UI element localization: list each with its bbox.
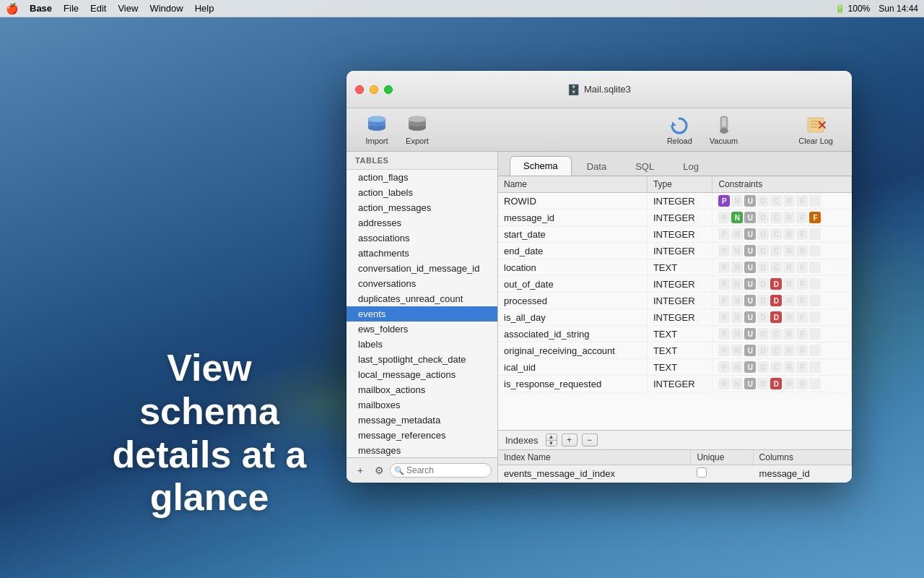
table-row: original_receiving_accountTEXTPNUDCRF xyxy=(498,342,852,359)
tab-data[interactable]: Data xyxy=(573,157,620,176)
cell-name: out_of_date xyxy=(498,276,647,293)
minimize-button[interactable] xyxy=(370,85,378,94)
menubar: 🍎 Base File Edit View Window Help 🔋 100%… xyxy=(0,0,924,17)
settings-button[interactable]: ⚙ xyxy=(371,462,387,478)
content-area: TABLES action_flags action_labels action… xyxy=(346,152,852,483)
indexes-stepper[interactable]: ▲ ▼ xyxy=(546,434,557,447)
menubar-help[interactable]: Help xyxy=(195,3,214,14)
sidebar-item-local-message[interactable]: local_message_actions xyxy=(346,367,497,382)
sidebar-item-action-labels[interactable]: action_labels xyxy=(346,185,497,200)
window-title: 🗄️ Mail.sqlite3 xyxy=(567,84,631,95)
vacuum-button[interactable]: Vacuum xyxy=(702,112,746,148)
stepper-down[interactable]: ▼ xyxy=(546,441,557,447)
sidebar-item-conversation-id[interactable]: conversation_id_message_id xyxy=(346,261,497,276)
reload-label: Reload xyxy=(667,137,692,145)
cell-type: INTEGER xyxy=(647,276,712,293)
tab-log[interactable]: Log xyxy=(669,157,712,176)
cell-type: INTEGER xyxy=(647,210,712,226)
reload-icon xyxy=(668,115,691,135)
desktop-hero-text: View schema details at a glance xyxy=(101,347,318,519)
cell-constraints: PNUDDRF xyxy=(712,309,852,326)
table-row: processedINTEGERPNUDDRF xyxy=(498,293,852,309)
col-header-constraints: Constraints xyxy=(712,176,852,193)
index-cell-unique xyxy=(691,465,753,483)
search-icon: 🔍 xyxy=(394,466,404,475)
tab-schema[interactable]: Schema xyxy=(510,156,572,176)
cell-name: location xyxy=(498,259,647,276)
clear-log-button[interactable]: Clear Log xyxy=(791,112,840,148)
export-icon xyxy=(406,115,429,135)
index-cell-columns: message_id xyxy=(753,465,851,483)
menubar-time: Sun 14:44 xyxy=(879,4,918,14)
menubar-view[interactable]: View xyxy=(118,3,138,14)
clear-log-icon xyxy=(804,115,827,135)
sidebar-item-conversations[interactable]: conversations xyxy=(346,276,497,291)
cell-constraints: PNUDDRF xyxy=(712,376,852,392)
indexes-header: Indexes ▲ ▼ + − xyxy=(498,431,852,450)
table-row: associated_id_stringTEXTPNUDCRF xyxy=(498,326,852,342)
index-col-unique: Unique xyxy=(691,450,753,465)
title-bar: 🗄️ Mail.sqlite3 xyxy=(346,71,852,108)
sidebar-item-action-messages[interactable]: action_messages xyxy=(346,200,497,215)
sidebar-item-associations[interactable]: associations xyxy=(346,230,497,246)
sidebar-item-mailboxes[interactable]: mailboxes xyxy=(346,397,497,413)
cell-name: original_receiving_account xyxy=(498,342,647,359)
index-cell-name: events_message_id_index xyxy=(498,465,691,483)
cell-type: TEXT xyxy=(647,359,712,376)
sidebar-item-last-spotlight[interactable]: last_spotlight_check_date xyxy=(346,352,497,367)
add-index-button[interactable]: + xyxy=(562,434,578,447)
sidebar-item-mailbox-actions[interactable]: mailbox_actions xyxy=(346,382,497,397)
sidebar-item-messages[interactable]: messages xyxy=(346,443,497,457)
import-button[interactable]: Import xyxy=(358,112,396,148)
table-row: out_of_dateINTEGERPNUDDRF xyxy=(498,276,852,293)
main-content: Schema Data SQL Log Name Type Constraint… xyxy=(498,152,852,483)
import-icon xyxy=(365,115,388,135)
sidebar-item-duplicates[interactable]: duplicates_unread_count xyxy=(346,291,497,306)
sidebar-item-events[interactable]: events xyxy=(346,306,497,322)
remove-index-button[interactable]: − xyxy=(582,434,598,447)
reload-button[interactable]: Reload xyxy=(660,112,699,148)
table-row: start_dateINTEGERPNUDCRF xyxy=(498,226,852,243)
menubar-base[interactable]: Base xyxy=(30,3,52,14)
indexes-label: Indexes xyxy=(505,435,539,446)
svg-point-13 xyxy=(409,116,426,122)
sidebar-item-action-flags[interactable]: action_flags xyxy=(346,170,497,185)
cell-name: end_date xyxy=(498,243,647,259)
cell-name: message_id xyxy=(498,210,647,226)
table-row: is_all_dayINTEGERPNUDDRF xyxy=(498,309,852,326)
close-button[interactable] xyxy=(355,85,364,94)
apple-menu[interactable]: 🍎 xyxy=(6,3,18,14)
add-table-button[interactable]: + xyxy=(352,462,368,478)
sidebar-item-addresses[interactable]: addresses xyxy=(346,215,497,230)
cell-type: TEXT xyxy=(647,326,712,342)
svg-marker-14 xyxy=(672,121,676,126)
cell-type: INTEGER xyxy=(647,193,712,210)
app-window: 🗄️ Mail.sqlite3 Import xyxy=(346,71,852,483)
sidebar-item-ews-folders[interactable]: ews_folders xyxy=(346,322,497,337)
menubar-file[interactable]: File xyxy=(64,3,79,14)
import-label: Import xyxy=(365,137,388,145)
maximize-button[interactable] xyxy=(384,85,393,94)
menubar-window[interactable]: Window xyxy=(149,3,183,14)
sidebar-item-message-references[interactable]: message_references xyxy=(346,428,497,443)
menubar-edit[interactable]: Edit xyxy=(90,3,106,14)
schema-table: Name Type Constraints ROWIDINTEGERPNUDCR… xyxy=(498,176,852,392)
cell-constraints: PNUDCRF xyxy=(712,226,852,243)
table-row: locationTEXTPNUDCRF xyxy=(498,259,852,276)
cell-name: ROWID xyxy=(498,193,647,210)
vacuum-label: Vacuum xyxy=(710,137,738,145)
sidebar-item-attachments[interactable]: attachments xyxy=(346,246,497,261)
menubar-battery: 🔋 100% xyxy=(834,4,870,14)
index-col-name: Index Name xyxy=(498,450,691,465)
search-container: 🔍 xyxy=(390,463,492,478)
cell-constraints: PNUDCRF xyxy=(712,359,852,376)
export-button[interactable]: Export xyxy=(398,112,436,148)
col-header-name: Name xyxy=(498,176,647,193)
search-input[interactable] xyxy=(390,463,492,478)
tab-sql[interactable]: SQL xyxy=(622,157,668,176)
cell-type: TEXT xyxy=(647,259,712,276)
cell-name: start_date xyxy=(498,226,647,243)
sidebar-item-message-metadata[interactable]: message_metadata xyxy=(346,413,497,428)
toolbar: Import Export xyxy=(346,108,852,152)
sidebar-item-labels[interactable]: labels xyxy=(346,337,497,352)
